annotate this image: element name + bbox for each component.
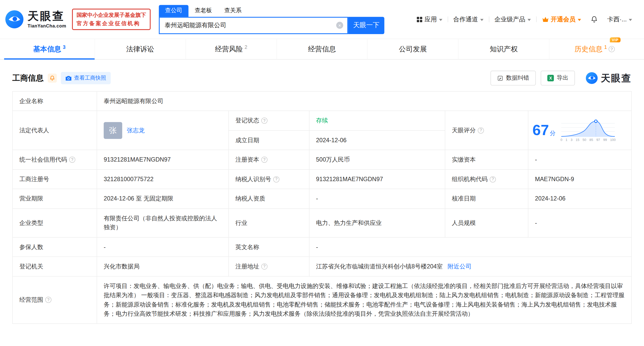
watermark-logo: 天眼查 [586, 72, 632, 84]
search-input[interactable] [165, 22, 336, 29]
help-icon[interactable]: ? [273, 176, 279, 182]
vip-badge: VIP [610, 37, 621, 42]
nearby-companies-link[interactable]: 附近公司 [448, 262, 472, 271]
field-label-english-name: 英文名称 [229, 237, 309, 257]
table-row: 统一社会信用代码 ? 91321281MAE7NGDN97 注册资本 ? 500… [12, 150, 631, 169]
tab-history-info[interactable]: VIP 历史信息 1 ? [549, 39, 640, 59]
nav-cooperation[interactable]: 合作通道 [448, 16, 489, 23]
export-label: 导出 [557, 74, 568, 82]
chevron-down-icon [439, 19, 442, 21]
header-nav: 应用 合作通道 企业级产品 开通会员 [411, 16, 637, 23]
field-label-business-term: 营业期限 [12, 189, 97, 209]
field-value-reg-capital: 500万人民币 [309, 150, 445, 169]
help-icon[interactable]: ? [69, 157, 75, 163]
field-label-staff-size: 人员规模 [445, 208, 528, 237]
snapshot-button-label: 查看工商快照 [74, 74, 106, 82]
field-value-establish-date: 2024-12-06 [309, 131, 445, 150]
user-menu[interactable]: 卡西·... [602, 16, 637, 23]
nav-enterprise-label: 企业级产品 [494, 16, 525, 23]
field-label-establish-date: 成立日期 [229, 131, 309, 150]
tab-label: 知识产权 [490, 44, 518, 54]
field-value-business-term: 2024-12-06 至 无固定期限 [97, 189, 229, 209]
clear-search-icon[interactable]: × [336, 22, 343, 29]
legal-rep-avatar[interactable]: 张 [104, 122, 122, 139]
tab-count: 1 [604, 44, 607, 50]
help-icon[interactable]: ? [261, 118, 267, 124]
nav-enterprise-products[interactable]: 企业级产品 [489, 16, 536, 23]
field-value-company-name: 泰州远昭能源有限公司 [97, 91, 631, 111]
crown-icon [542, 16, 549, 22]
data-correction-label: 数据纠错 [506, 74, 529, 82]
table-row: 营业期限 2024-12-06 至 无固定期限 纳税人资质 - 核准日期 202… [12, 189, 631, 209]
field-label-insured-count: 参保人数 [12, 237, 97, 257]
tab-label: 经营信息 [308, 44, 336, 54]
search-tab-boss[interactable]: 查老板 [189, 5, 218, 17]
table-row: 工商注册号 321281000775722 纳税人识别号 ? 91321281M… [12, 169, 631, 189]
table-row: 法定代表人 张 张志龙 登记状态 ? 存续 [12, 111, 631, 131]
snapshot-button[interactable]: 查看工商快照 [61, 72, 111, 84]
field-value-business-scope: 许可项目：发电业务、输电业务、供（配）电业务；输电、供电、受电电力设施的安装、维… [97, 276, 631, 324]
bell-icon [49, 75, 55, 81]
help-icon[interactable]: ? [45, 297, 51, 303]
help-icon[interactable]: ? [609, 46, 615, 52]
field-label-reg-status: 登记状态 ? [229, 111, 309, 131]
help-icon[interactable]: ? [261, 157, 267, 163]
field-value-taxpayer-quality: - [309, 189, 445, 209]
tianyancha-logo[interactable]: 天眼查 TianYanCha.com [5, 10, 66, 29]
notification-bell[interactable] [586, 16, 602, 23]
field-label-industry: 行业 [229, 208, 309, 237]
tab-label: 历史信息 [574, 44, 602, 54]
field-value-reg-status: 存续 [309, 111, 445, 131]
tab-count: 3 [63, 44, 65, 50]
field-label-org-code: 组织机构代码 ? [445, 169, 528, 189]
data-correction-button[interactable]: 数据纠错 [490, 71, 536, 85]
help-icon[interactable]: ? [261, 263, 267, 269]
field-value-company-type: 有限责任公司（非自然人投资或控股的法人独资） [97, 208, 229, 237]
search-tabs: 查公司 查老板 查关系 [159, 5, 384, 17]
gov-badge-line1: 国家中小企业发展子基金旗下 [77, 11, 146, 19]
field-value-legal-rep: 张 张志龙 [97, 111, 229, 150]
field-label-credit-code: 统一社会信用代码 ? [12, 150, 97, 169]
subscribe-bell-button[interactable] [48, 74, 57, 83]
field-label-taxpayer-id: 纳税人识别号 ? [229, 169, 309, 189]
search-area: 查公司 查老板 查关系 × 天眼一下 [159, 5, 384, 34]
tab-operation-info[interactable]: 经营信息 [276, 39, 367, 59]
tab-company-development[interactable]: 公司发展 [367, 39, 458, 59]
field-label-paid-capital: 实缴资本 [445, 150, 528, 169]
search-tab-relation[interactable]: 查关系 [218, 5, 248, 17]
watermark-text: 天眼查 [601, 72, 632, 84]
search-tab-company[interactable]: 查公司 [159, 5, 189, 17]
nav-open-vip[interactable]: 开通会员 [536, 16, 586, 23]
legal-rep-link[interactable]: 张志龙 [127, 126, 145, 135]
field-label-reg-address: 注册地址 ? [229, 257, 309, 276]
tab-label: 法律诉讼 [126, 44, 154, 54]
logo-text-cn: 天眼查 [28, 10, 66, 23]
table-row: 参保人数 - 英文名称 - [12, 237, 631, 257]
search-submit-button[interactable]: 天眼一下 [348, 17, 384, 34]
camera-icon [65, 75, 72, 81]
export-button[interactable]: X 导出 [541, 71, 575, 85]
nav-apps-label: 应用 [424, 16, 437, 23]
tab-label: 公司发展 [399, 44, 427, 54]
page: 天眼查 TianYanCha.com 国家中小企业发展子基金旗下 官方备案企业征… [0, 0, 644, 346]
help-icon[interactable]: ? [478, 127, 484, 134]
score-curve [560, 118, 615, 137]
nav-apps[interactable]: 应用 [411, 16, 448, 23]
tab-intellectual-property[interactable]: 知识产权 [458, 39, 549, 59]
tab-basic-info[interactable]: 基本信息 3 [4, 39, 95, 59]
field-value-org-code: MAE7NGDN-9 [528, 169, 631, 189]
edit-correction-icon [497, 75, 503, 81]
tianyancha-logo-icon [586, 72, 598, 84]
field-label-business-scope: 经营范围 ? [12, 276, 97, 324]
field-label-reg-authority: 登记机关 [12, 257, 97, 276]
field-label-score: 天眼评分 ? [445, 111, 528, 150]
field-value-credit-code: 91321281MAE7NGDN97 [97, 150, 229, 169]
tab-legal-litigation[interactable]: 法律诉讼 [95, 39, 185, 59]
nav-vip-label: 开通会员 [551, 16, 575, 23]
field-value-english-name: - [309, 237, 632, 257]
help-icon[interactable]: ? [490, 176, 496, 182]
field-value-paid-capital: - [528, 150, 631, 169]
tab-operation-risk[interactable]: 经营风险 2 [185, 39, 276, 59]
score-distribution-chart: 01 315 5085 9799 100 [560, 118, 615, 143]
score-number: 67 分 [532, 123, 556, 138]
